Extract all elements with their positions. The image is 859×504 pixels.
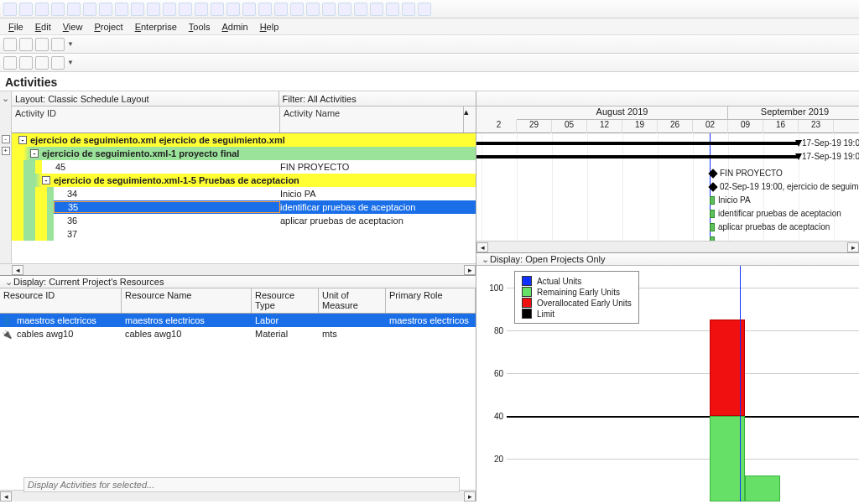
- col-activity-id[interactable]: Activity ID: [12, 107, 280, 132]
- tb-mail-icon[interactable]: [19, 38, 33, 51]
- col-res-uom[interactable]: Unit of Measure: [319, 288, 386, 313]
- timeline-day: 19: [622, 120, 658, 133]
- timeline-day: 16: [763, 120, 799, 133]
- tb-mail-icon[interactable]: [51, 38, 65, 51]
- menu-help[interactable]: Help: [255, 20, 284, 34]
- y-tick: 80: [494, 325, 503, 335]
- hscroll-gantt[interactable]: ◂▸: [476, 241, 859, 252]
- menu-admin[interactable]: Admin: [216, 20, 252, 34]
- tb-icon[interactable]: [115, 3, 128, 16]
- tb-icon[interactable]: [35, 56, 49, 70]
- tb-icon[interactable]: [418, 3, 431, 16]
- gantt-event[interactable]: FIN PROYECTO: [710, 169, 783, 178]
- col-res-type[interactable]: Resource Type: [252, 288, 319, 313]
- gantt-event[interactable]: 02-Sep-19 19:00, ejercicio de seguimient…: [710, 182, 859, 191]
- tick-icon: [710, 223, 715, 231]
- y-tick: 60: [494, 368, 503, 377]
- activity-name: identificar pruebas de aceptacion: [280, 202, 415, 212]
- tb-icon[interactable]: [3, 56, 17, 70]
- activity-row[interactable]: 36aplicar pruebas de aceptacion: [12, 214, 476, 227]
- wbs-row[interactable]: -ejercicio de seguimiento.xml-1-5 Prueba…: [12, 174, 476, 187]
- tb-icon[interactable]: [306, 3, 320, 16]
- wbs-label: ejercicio de seguimiento.xml-1-5 Pruebas…: [54, 175, 299, 185]
- tb-icon[interactable]: [370, 3, 383, 16]
- tb-icon[interactable]: [290, 3, 304, 16]
- chart-display-label[interactable]: Display: Open Projects Only: [490, 254, 606, 264]
- tb-icon[interactable]: [131, 3, 144, 16]
- res-role: maestros electricos: [386, 315, 473, 325]
- tb-icon[interactable]: [35, 3, 49, 16]
- gutter-btn[interactable]: -: [2, 135, 10, 143]
- expander-icon[interactable]: -: [18, 136, 27, 144]
- res-uom: mts: [319, 329, 386, 339]
- activity-id: 37: [54, 229, 280, 239]
- menu-project[interactable]: Project: [89, 20, 128, 34]
- wbs-label: ejercicio de seguimiento.xml ejercicio d…: [30, 135, 285, 145]
- gantt-bar[interactable]: [476, 142, 799, 145]
- tb-icon[interactable]: [3, 3, 17, 16]
- tb-icon[interactable]: [354, 3, 367, 16]
- tb-icon[interactable]: [274, 3, 288, 16]
- timeline-month: September 2019: [728, 107, 859, 120]
- menu-enterprise[interactable]: Enterprise: [130, 20, 182, 34]
- tb-icon[interactable]: [242, 3, 256, 16]
- tb-mail-icon[interactable]: [3, 38, 17, 51]
- tb-icon[interactable]: [386, 3, 399, 16]
- gutter-btn[interactable]: +: [2, 147, 10, 155]
- chevron-down-icon[interactable]: ⌄: [1, 93, 11, 104]
- gantt-event[interactable]: Inicio PA: [710, 195, 751, 205]
- tb-icon[interactable]: [322, 3, 336, 16]
- scroll-up-icon[interactable]: ▴: [464, 107, 476, 117]
- menu-view[interactable]: View: [58, 20, 88, 34]
- resource-row[interactable]: 👤maestros electricosmaestros electricosL…: [0, 314, 476, 327]
- tick-icon: [710, 210, 715, 218]
- diamond-icon: [708, 183, 717, 192]
- activity-row[interactable]: 34Inicio PA: [12, 187, 476, 200]
- resource-display-label[interactable]: Display: Current Project's Resources: [13, 277, 164, 287]
- chevron-down-icon[interactable]: ⌄: [480, 254, 490, 265]
- resource-row[interactable]: 🔌cables awg10cables awg10Materialmts: [0, 327, 476, 340]
- col-activity-name[interactable]: Activity Name: [280, 107, 464, 132]
- tb-icon[interactable]: [338, 3, 351, 16]
- gantt-event[interactable]: [710, 236, 718, 241]
- display-activities-input[interactable]: [23, 477, 460, 492]
- tb-icon[interactable]: [258, 3, 272, 16]
- menu-tools[interactable]: Tools: [184, 20, 216, 34]
- tb-icon[interactable]: [179, 3, 192, 16]
- menubar: FileEditViewProjectEnterpriseToolsAdminH…: [0, 18, 859, 35]
- tb-icon[interactable]: [19, 3, 33, 16]
- tb-mail-icon[interactable]: [35, 38, 49, 51]
- layout-label[interactable]: Layout: Classic Schedule Layout: [12, 94, 153, 104]
- col-res-id[interactable]: Resource ID: [0, 288, 122, 313]
- activity-row[interactable]: 37: [12, 227, 476, 241]
- tb-icon[interactable]: [147, 3, 160, 16]
- menu-file[interactable]: File: [3, 20, 29, 34]
- filter-label[interactable]: Filter: All Activities: [279, 94, 360, 104]
- expander-icon[interactable]: -: [30, 149, 39, 158]
- expander-icon[interactable]: -: [42, 176, 50, 184]
- tb-icon[interactable]: [83, 3, 96, 16]
- hscroll-activities[interactable]: ◂▸: [0, 263, 476, 275]
- tb-icon[interactable]: [67, 3, 81, 16]
- gantt-bar[interactable]: [476, 155, 799, 158]
- tb-icon[interactable]: [402, 3, 415, 16]
- wbs-row[interactable]: -ejercicio de seguimiento.xml ejercicio …: [12, 133, 476, 147]
- wbs-row[interactable]: -ejercicio de seguimiento.xml-1 proyecto…: [12, 147, 476, 160]
- tb-icon[interactable]: [211, 3, 224, 16]
- tb-icon[interactable]: [51, 56, 65, 70]
- activity-row[interactable]: 45FIN PROYECTO: [12, 160, 476, 174]
- tb-icon[interactable]: [163, 3, 176, 16]
- activity-row[interactable]: 35identificar pruebas de aceptacion: [12, 200, 476, 214]
- tb-icon[interactable]: [19, 56, 33, 70]
- gantt-event[interactable]: aplicar pruebas de aceptacion: [710, 222, 830, 231]
- activity-name: Inicio PA: [280, 189, 316, 199]
- col-res-name[interactable]: Resource Name: [122, 288, 252, 313]
- tb-icon[interactable]: [51, 3, 65, 16]
- gantt-event[interactable]: identificar pruebas de aceptacion: [710, 209, 841, 218]
- tb-icon[interactable]: [226, 3, 240, 16]
- tb-icon[interactable]: [99, 3, 112, 16]
- col-res-role[interactable]: Primary Role: [386, 288, 476, 313]
- chevron-down-icon[interactable]: ⌄: [3, 277, 13, 288]
- menu-edit[interactable]: Edit: [30, 20, 56, 34]
- tb-icon[interactable]: [195, 3, 208, 16]
